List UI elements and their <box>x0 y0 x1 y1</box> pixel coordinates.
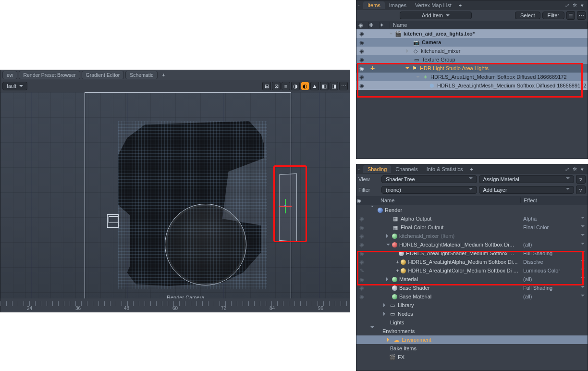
col-visibility-icon[interactable]: ◉ <box>358 22 369 28</box>
tab-render-preset-browser[interactable]: Render Preset Browser <box>19 71 80 79</box>
funnel-icon-2[interactable]: ▿ <box>576 186 586 194</box>
filter-button[interactable]: Filter <box>542 12 564 19</box>
col-name-header[interactable]: Name <box>378 198 520 203</box>
select-button[interactable]: Select <box>515 12 540 19</box>
mode-6-icon[interactable]: ▲ <box>310 82 319 90</box>
timeline-ruler[interactable]: 24 36 48 60 72 84 96 <box>0 298 350 312</box>
row-mixer[interactable]: ◉ ◇kitchenaid_mixer <box>356 47 588 55</box>
mode-8-icon[interactable]: ◨ <box>330 82 338 90</box>
disclosure-icon[interactable] <box>387 338 391 342</box>
disclosure-icon[interactable] <box>416 76 420 80</box>
col-plus-icon[interactable]: ✚ <box>369 22 380 28</box>
row-al-shader[interactable]: ◉ HDRLS_AreaLightShader_Medium Softbox …… <box>356 249 588 258</box>
row-bake-items[interactable]: Bake Items <box>356 344 588 353</box>
tab-vertex-map-list[interactable]: Vertex Map List <box>411 1 456 9</box>
eye-icon[interactable]: ◉ <box>356 57 367 63</box>
disclosure-icon[interactable] <box>370 206 374 215</box>
disclosure-icon[interactable] <box>370 326 374 336</box>
disclosure-icon[interactable] <box>406 49 410 53</box>
row-fx[interactable]: 🎬FX <box>356 353 588 361</box>
tab-add-items[interactable]: + <box>456 1 465 9</box>
disclosure-icon[interactable] <box>386 277 390 281</box>
mode-9-icon[interactable]: ⋯ <box>339 82 348 90</box>
camera-icon[interactable] <box>107 214 119 228</box>
disclosure-icon[interactable] <box>389 33 393 37</box>
row-al-material[interactable]: ◉ HDRLS_AreaLightMaterial_Medium Softbox… <box>356 240 588 249</box>
row-base-material[interactable]: ◉ Base Material (all) <box>356 292 588 301</box>
disclosure-icon[interactable] <box>386 234 390 238</box>
tab-ew[interactable]: ew <box>2 71 17 79</box>
disclosure-icon[interactable] <box>383 303 387 307</box>
row-camera[interactable]: ◉ 📷Camera <box>356 38 588 47</box>
tab-add-shading[interactable]: + <box>467 165 476 173</box>
3d-viewport[interactable]: Render Camera <box>0 92 350 307</box>
eye-icon[interactable]: ◉ <box>356 276 367 283</box>
disclosure-icon[interactable] <box>405 67 409 71</box>
row-lights[interactable]: Lights <box>356 318 588 327</box>
mode-5-icon[interactable]: ◐ <box>301 82 309 90</box>
row-library[interactable]: ▭Library <box>356 301 588 309</box>
brush-icon[interactable]: ✎ <box>356 268 367 274</box>
gear-icon[interactable]: ✲ <box>571 166 578 173</box>
eye-icon[interactable]: ◉ <box>356 259 367 265</box>
add-layer-dropdown[interactable]: Add Layer <box>479 186 575 194</box>
bowl-mesh[interactable] <box>165 204 246 285</box>
eye-icon[interactable]: ◉ <box>356 233 367 239</box>
row-area-light[interactable]: ◉ ✶HDRLS_AreaLight_Medium Softbox Diffus… <box>356 73 588 81</box>
mode-1-icon[interactable]: ⊞ <box>262 82 271 90</box>
row-base-shader[interactable]: ◉ Base Shader Full Shading <box>356 284 588 292</box>
assign-material-dropdown[interactable]: Assign Material <box>479 175 575 183</box>
mode-2-icon[interactable]: ⊠ <box>272 82 281 90</box>
col-vis-icon[interactable]: ◉ <box>356 198 367 204</box>
eye-icon[interactable]: ◉ <box>356 31 367 37</box>
shader-tree[interactable]: Render ◉ ▦Alpha Output Alpha ◉ ▦Final Co… <box>356 206 588 371</box>
shader-tree-dropdown[interactable]: Shader Tree <box>381 175 477 183</box>
eye-icon[interactable]: ◉ <box>356 74 367 80</box>
row-scene[interactable]: ◉ 🎬kitchen_aid_area_lights.lxo* <box>356 29 588 38</box>
eye-icon[interactable]: ◉ <box>356 83 367 89</box>
col-effect-header[interactable]: Effect <box>520 198 588 203</box>
eye-icon[interactable]: ◉ <box>356 294 367 300</box>
col-axes-icon[interactable]: ✦ <box>380 22 390 28</box>
options-icon[interactable]: ⋯ <box>577 11 586 20</box>
filter-dropdown[interactable]: (none) <box>381 186 477 194</box>
tab-shading[interactable]: Shading <box>363 165 391 173</box>
tab-schematic[interactable]: Schematic <box>125 71 158 79</box>
tab-channels[interactable]: Channels <box>391 165 422 173</box>
row-hdrls-group[interactable]: ◉ ✚ ⚑HDR Light Studio Area Lights <box>356 64 588 73</box>
eye-icon[interactable]: ◉ <box>356 242 367 248</box>
list-mode-icon[interactable]: ≣ <box>566 11 575 20</box>
eye-icon[interactable]: ◉ <box>356 224 367 231</box>
mode-7-icon[interactable]: ◧ <box>320 82 329 90</box>
chevron-down-icon[interactable]: ▾ <box>579 2 586 9</box>
row-alpha-output[interactable]: ◉ ▦Alpha Output Alpha <box>356 214 588 223</box>
row-environments[interactable]: Environments <box>356 327 588 335</box>
gear-icon[interactable]: ✲ <box>571 2 578 9</box>
tab-gradient-editor[interactable]: Gradient Editor <box>82 71 124 79</box>
plus-icon[interactable]: ✚ <box>367 65 378 72</box>
panel-grip-icon[interactable]: ◦ <box>358 166 360 172</box>
items-tree[interactable]: ◉ 🎬kitchen_aid_area_lights.lxo* ◉ 📷Camer… <box>356 29 588 159</box>
area-light-mesh[interactable] <box>279 173 297 242</box>
eye-icon[interactable]: ◉ <box>356 285 367 291</box>
add-item-button[interactable]: Add Item <box>400 12 472 19</box>
row-final-color-output[interactable]: ◉ ▦Final Color Output Final Color <box>356 223 588 232</box>
expand-icon[interactable]: ⤢ <box>564 2 570 9</box>
eye-icon[interactable]: ◉ <box>356 65 367 72</box>
transform-gizmo[interactable] <box>285 199 286 213</box>
chevron-down-icon[interactable]: ▾ <box>579 166 586 173</box>
default-dropdown[interactable]: fault <box>2 82 27 90</box>
row-texture-group[interactable]: ◉ ▭Texture Group <box>356 55 588 64</box>
tab-info-stats[interactable]: Info & Statistics <box>422 165 467 173</box>
eye-icon[interactable]: ◉ <box>356 48 367 54</box>
row-render[interactable]: Render <box>356 206 588 214</box>
row-nodes[interactable]: ▭Nodes <box>356 309 588 318</box>
tab-images[interactable]: Images <box>385 1 411 9</box>
tab-items[interactable]: Items <box>363 1 385 9</box>
row-mixer-item[interactable]: ◉ kitchenaid_mixer (Item) <box>356 232 588 240</box>
row-al-alpha[interactable]: ◉ +HDRLS_AreaLightAlpha_Medium Softbox D… <box>356 258 588 266</box>
disclosure-icon[interactable] <box>386 244 390 247</box>
panel-grip-icon[interactable]: ◦ <box>358 2 360 8</box>
row-material[interactable]: ◉ Material (all) <box>356 275 588 284</box>
expand-icon[interactable]: ⤢ <box>564 166 570 173</box>
